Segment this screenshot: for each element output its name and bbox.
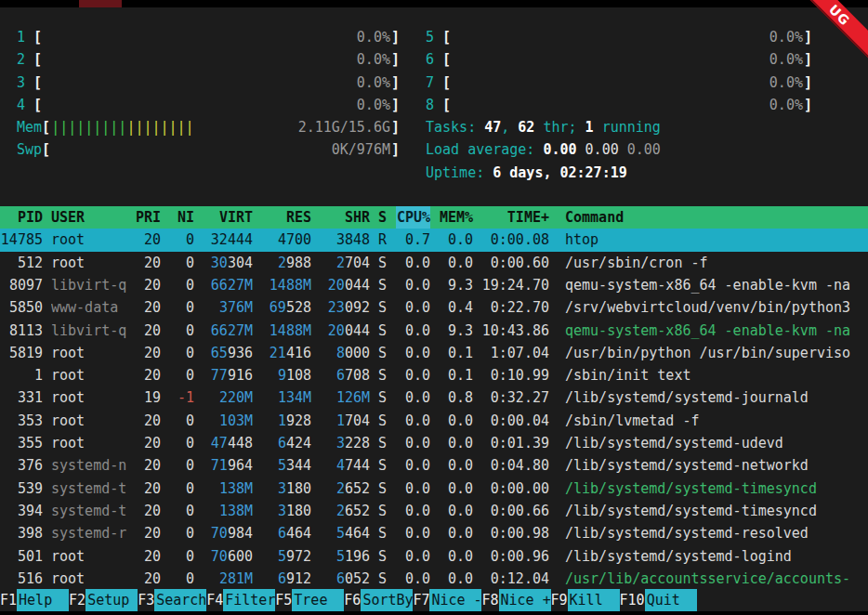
column-header-mem[interactable]: MEM%: [439, 206, 473, 229]
mem-percent-cell: 0.1: [439, 364, 473, 386]
fn-f6-sortby[interactable]: F6SortBy: [344, 589, 413, 611]
process-list: 14785root2003244447003848R0.70.00:00.08h…: [0, 229, 868, 590]
bracket-close: ]: [391, 72, 400, 94]
nice-cell: 0: [169, 296, 194, 319]
cpu-meter-2-label: 2: [17, 48, 33, 71]
user-cell: root: [51, 545, 127, 568]
column-header-time[interactable]: TIME+: [481, 206, 549, 229]
time-cell: 0:00.04: [481, 410, 549, 432]
column-header-cpu[interactable]: CPU%: [396, 206, 430, 229]
user-cell: root: [51, 568, 127, 590]
res-cell: 3180: [261, 500, 311, 522]
pid-cell: 501: [0, 545, 43, 568]
bracket-open: [: [42, 138, 50, 161]
fn-key-label: F9: [551, 589, 568, 611]
mem-percent-cell: 0.0: [439, 522, 473, 544]
time-cell: 0:12.04: [481, 568, 549, 590]
window-top-strip: [0, 0, 868, 7]
process-row[interactable]: 539systemd-t200138M31802652S0.00.00:00.0…: [0, 478, 868, 500]
shr-cell: 5196: [320, 545, 370, 568]
cpu-percent-cell: 0.0: [396, 342, 430, 364]
command-cell: /usr/bin/python /usr/bin/superviso: [565, 342, 868, 364]
column-header-virt[interactable]: VIRT: [203, 206, 253, 229]
process-row[interactable]: 14785root2003244447003848R0.70.00:00.08h…: [0, 229, 868, 251]
virt-cell: 281M: [203, 568, 253, 590]
column-header-command[interactable]: Command: [565, 206, 868, 229]
cpu-meter-4: 4 [0.0%]: [17, 94, 400, 116]
fn-f5-tree[interactable]: F5Tree: [275, 589, 344, 611]
cpu-meter-2-value: 0.0%: [357, 48, 390, 71]
time-cell: 0:32.27: [481, 386, 549, 409]
virt-cell: 220M: [203, 386, 253, 409]
user-cell: systemd-t: [51, 500, 127, 522]
process-row[interactable]: 394systemd-t200138M31802652S0.00.00:00.6…: [0, 500, 868, 522]
time-cell: 0:00.96: [481, 545, 549, 568]
pid-cell: 5819: [0, 342, 43, 364]
command-cell: /usr/lib/accountsservice/accounts-: [565, 568, 868, 590]
pid-cell: 394: [0, 500, 43, 522]
user-cell: systemd-n: [51, 454, 127, 477]
process-row[interactable]: 512root2003030429882704S0.00.00:00.60/us…: [0, 252, 868, 274]
process-row[interactable]: 331root19-1220M134M126MS0.00.80:32.27/li…: [0, 386, 868, 409]
cpu-percent-cell: 0.0: [396, 432, 430, 454]
pid-cell: 353: [0, 410, 43, 432]
process-row[interactable]: 5819root20065936214168000S0.00.11:07.04/…: [0, 342, 868, 364]
cpu-meter-5: 5 [0.0%]: [426, 26, 812, 48]
column-header-ni[interactable]: NI: [169, 206, 194, 229]
mem-meter-label: Mem: [17, 116, 42, 138]
res-cell: 1488M: [261, 274, 311, 296]
nice-cell: 0: [169, 432, 194, 454]
fn-f8-nice[interactable]: F8Nice +: [481, 589, 550, 611]
column-header-res[interactable]: RES: [261, 206, 311, 229]
shr-cell: 6052: [320, 568, 370, 590]
column-header-pri[interactable]: PRI: [136, 206, 161, 229]
process-row[interactable]: 8113libvirt-q2006627M1488M20044S0.09.310…: [0, 320, 868, 342]
nice-cell: 0: [169, 252, 194, 274]
column-header-shr[interactable]: SHR: [320, 206, 370, 229]
cpu-percent-cell: 0.0: [396, 500, 430, 522]
cpu-meter-4-label: 4: [17, 94, 33, 116]
process-row[interactable]: 5850www-data200376M6952823092S0.00.40:22…: [0, 296, 868, 319]
process-row[interactable]: 355root2004744864243228S0.00.00:01.39/li…: [0, 432, 868, 454]
res-cell: 134M: [261, 386, 311, 409]
priority-cell: 20: [136, 296, 161, 319]
process-row[interactable]: 376systemd-n2007196453444744S0.00.00:04.…: [0, 454, 868, 477]
fn-f3-search[interactable]: F3Search: [138, 589, 206, 611]
process-row[interactable]: 398systemd-r2007098464645464S0.00.00:00.…: [0, 522, 868, 544]
process-row[interactable]: 501root2007060059725196S0.00.00:00.96/li…: [0, 545, 868, 568]
fn-f4-filter[interactable]: F4Filter: [206, 589, 275, 611]
shr-cell: 3228: [320, 432, 370, 454]
fn-key-label: F3: [138, 589, 154, 611]
column-header-s[interactable]: S: [378, 206, 388, 229]
fn-f1-help[interactable]: F1Help: [0, 589, 69, 611]
process-row[interactable]: 1root2007791691086708S0.00.10:10.99/sbin…: [0, 364, 868, 386]
user-cell: libvirt-q: [51, 320, 127, 342]
bracket-close: ]: [391, 116, 400, 138]
priority-cell: 20: [136, 454, 161, 477]
pid-cell: 398: [0, 522, 43, 544]
column-header-user[interactable]: USER: [51, 206, 127, 229]
process-row[interactable]: 516root200281M69126052S0.00.00:12.04/usr…: [0, 568, 868, 590]
fn-f7-nice[interactable]: F7Nice -: [413, 589, 481, 611]
cpu-meter-7-body: 0.0%: [451, 72, 804, 94]
command-cell: /lib/systemd/systemd-journald: [565, 386, 868, 409]
bracket-open: [: [442, 26, 451, 48]
state-cell: S: [378, 500, 388, 522]
column-header-pid[interactable]: PID: [0, 206, 43, 229]
fn-action-label: Search: [154, 589, 206, 611]
shr-cell: 1704: [320, 410, 370, 432]
command-cell: qemu-system-x86_64 -enable-kvm -na: [565, 274, 868, 296]
virt-cell: 71964: [203, 454, 253, 477]
res-cell: 5972: [261, 545, 311, 568]
fn-f2-setup[interactable]: F2Setup: [69, 589, 138, 611]
fn-f10-quit[interactable]: F10Quit: [620, 589, 697, 611]
pid-cell: 8097: [0, 274, 43, 296]
nice-cell: 0: [169, 478, 194, 500]
mem-meter: Mem[|||||||||||||||||2.11G/15.6G]: [17, 116, 400, 138]
cpu-percent-cell: 0.0: [396, 296, 430, 319]
fn-action-label: Filter: [223, 589, 275, 611]
priority-cell: 20: [136, 320, 161, 342]
process-row[interactable]: 8097libvirt-q2006627M1488M20044S0.09.319…: [0, 274, 868, 296]
process-row[interactable]: 353root200103M19281704S0.00.00:00.04/sbi…: [0, 410, 868, 432]
fn-f9-kill[interactable]: F9Kill: [551, 589, 620, 611]
